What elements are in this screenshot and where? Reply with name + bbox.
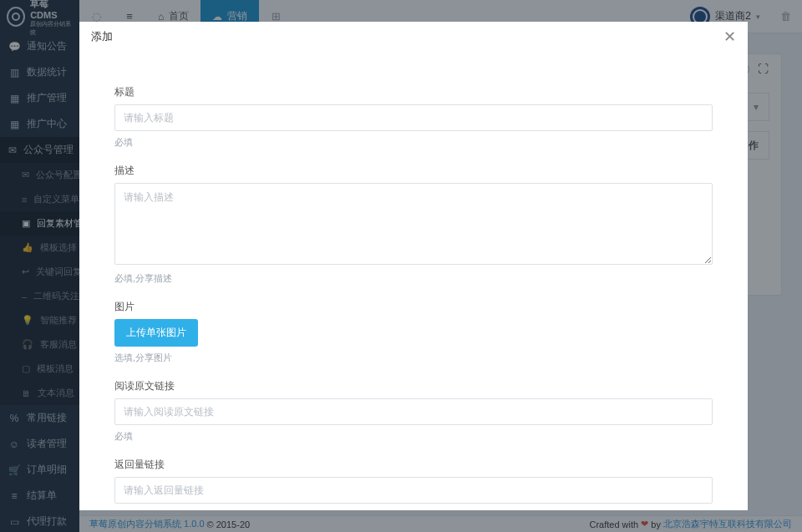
image-hint: 选填,分享图片 xyxy=(114,352,713,364)
title-label: 标题 xyxy=(114,85,713,99)
add-modal: 添加 ✕ 标题 必填 描述 必填,分享描述 图片 上传单张图片 选 xyxy=(79,22,748,510)
return-link-input[interactable] xyxy=(114,477,713,504)
modal-title: 添加 xyxy=(91,29,113,44)
return-link-label: 返回量链接 xyxy=(114,458,713,472)
read-link-label: 阅读原文链接 xyxy=(114,379,713,393)
return-link-hint: 选填 xyxy=(114,509,713,510)
read-link-input[interactable] xyxy=(114,398,713,425)
desc-hint: 必填,分享描述 xyxy=(114,272,713,285)
desc-label: 描述 xyxy=(114,164,713,178)
title-hint: 必填 xyxy=(114,136,713,149)
close-button[interactable]: ✕ xyxy=(723,28,736,46)
read-link-hint: 必填 xyxy=(114,430,713,443)
modal-header: 添加 ✕ xyxy=(79,22,748,52)
image-label: 图片 xyxy=(114,300,713,314)
upload-image-button[interactable]: 上传单张图片 xyxy=(114,319,198,347)
title-input[interactable] xyxy=(114,104,713,131)
desc-textarea[interactable] xyxy=(114,183,713,265)
modal-body[interactable]: 标题 必填 描述 必填,分享描述 图片 上传单张图片 选填,分享图片 阅读原文链… xyxy=(79,52,748,510)
